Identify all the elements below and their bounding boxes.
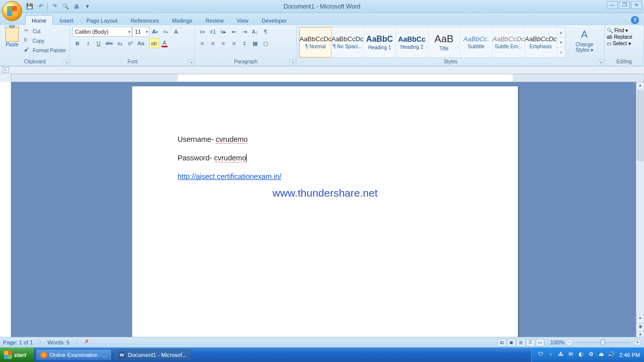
highlight-button[interactable]: ab: [149, 38, 159, 48]
shading-button[interactable]: ▦: [250, 38, 260, 48]
hyperlink[interactable]: http://aisect.certificationexam.in/: [178, 172, 281, 180]
tab-insert[interactable]: Insert: [53, 15, 80, 25]
font-color-button[interactable]: A: [159, 38, 170, 48]
align-left-button[interactable]: ≡: [197, 38, 207, 48]
bold-button[interactable]: B: [72, 38, 83, 48]
increase-indent-button[interactable]: ⇥: [239, 27, 250, 37]
bullets-button[interactable]: ≡•: [197, 27, 207, 37]
tab-mailings[interactable]: Mailings: [166, 15, 199, 25]
replace-button[interactable]: abReplace: [607, 34, 632, 40]
tray-messenger-icon[interactable]: ✉: [567, 351, 575, 358]
tab-references[interactable]: References: [124, 15, 166, 25]
office-button[interactable]: [2, 1, 22, 21]
zoom-slider[interactable]: [576, 341, 631, 343]
styles-dialog-launcher[interactable]: ↘: [597, 59, 603, 65]
status-page[interactable]: Page: 1 of 1: [3, 339, 33, 345]
vertical-ruler[interactable]: [0, 82, 11, 347]
paste-button[interactable]: Paste: [2, 27, 22, 48]
subscript-button[interactable]: x₂: [115, 38, 125, 48]
style-subtle-emphasis[interactable]: AaBbCcDcSubtle Em...: [493, 27, 525, 57]
tab-page-layout[interactable]: Page Layout: [80, 15, 124, 25]
tray-remove-hw-icon[interactable]: ⏏: [597, 351, 605, 358]
style-no-spacing[interactable]: AaBbCcDc¶ No Spaci...: [332, 27, 364, 57]
quick-print-icon[interactable]: 🖶: [72, 2, 81, 11]
style-emphasis[interactable]: AaBbCcDcEmphasis: [525, 27, 557, 57]
strikethrough-button[interactable]: abc: [104, 38, 114, 48]
view-print-layout-button[interactable]: ▤: [498, 339, 506, 346]
superscript-button[interactable]: x²: [125, 38, 135, 48]
horizontal-ruler[interactable]: [11, 74, 644, 82]
redo-icon[interactable]: ↷: [50, 2, 59, 11]
change-case-button[interactable]: Aa: [136, 38, 146, 48]
view-web-layout-button[interactable]: ▥: [517, 339, 525, 346]
style-heading-2[interactable]: AaBbCcHeading 2: [396, 27, 428, 57]
prev-page-button[interactable]: ◉: [636, 323, 644, 331]
tray-network-icon[interactable]: 🖧: [557, 351, 565, 358]
align-right-button[interactable]: ≡: [218, 38, 228, 48]
tray-security-icon[interactable]: 🛡: [537, 351, 544, 358]
paragraph-dialog-launcher[interactable]: ↘: [289, 59, 295, 65]
align-center-button[interactable]: ≡: [208, 38, 218, 48]
clear-formatting-button[interactable]: A̶: [171, 27, 181, 37]
doc-line-password[interactable]: Password- cvrudemo: [178, 153, 472, 163]
view-outline-button[interactable]: ☰: [526, 339, 535, 346]
style-subtitle[interactable]: AaBbCc.Subtitle: [460, 27, 493, 57]
view-full-screen-button[interactable]: ▣: [507, 339, 516, 346]
zoom-level[interactable]: 100%: [550, 339, 565, 345]
minimize-button[interactable]: —: [607, 1, 618, 9]
view-draft-button[interactable]: ▭: [536, 339, 544, 346]
taskbar-item-firefox[interactable]: Online Examination - ...: [36, 349, 112, 360]
line-spacing-button[interactable]: ‡: [239, 38, 250, 48]
tray-show-hidden-icon[interactable]: ‹: [547, 351, 554, 358]
find-button[interactable]: 🔍Find ▾: [607, 28, 628, 33]
tab-selector-button[interactable]: L: [2, 67, 9, 73]
taskbar-item-word[interactable]: W Document1 - Microsof...: [114, 349, 191, 360]
borders-button[interactable]: ▢: [261, 38, 271, 48]
numbering-button[interactable]: ≡1: [208, 27, 218, 37]
style-title[interactable]: AaBTitle: [428, 27, 460, 57]
tray-av-icon[interactable]: ◐: [577, 351, 585, 358]
save-icon[interactable]: 💾: [25, 2, 34, 11]
start-button[interactable]: start: [0, 347, 35, 362]
maximize-button[interactable]: ❐: [619, 1, 630, 9]
doc-line-username[interactable]: Username- cvrudemo: [178, 135, 472, 144]
show-marks-button[interactable]: ¶: [261, 27, 271, 37]
cut-button[interactable]: ✂Cut: [24, 27, 66, 36]
select-button[interactable]: ▭Select ▾: [607, 41, 631, 46]
help-icon[interactable]: ?: [631, 16, 639, 24]
underline-button[interactable]: U: [94, 38, 104, 48]
tray-volume-icon[interactable]: 🔊: [607, 351, 615, 358]
styles-expand[interactable]: ▿: [557, 47, 565, 57]
zoom-slider-thumb[interactable]: [601, 339, 605, 345]
status-words[interactable]: Words: 5: [47, 339, 69, 345]
font-size-combo[interactable]: 11: [132, 27, 149, 37]
document-viewport[interactable]: Username- cvrudemo Password- cvrudemo ht…: [11, 82, 636, 347]
styles-row-up[interactable]: ▴: [557, 27, 565, 37]
copy-button[interactable]: ⎘Copy: [24, 36, 66, 45]
sort-button[interactable]: A↓: [250, 27, 260, 37]
style-heading-1[interactable]: AaBbCHeading 1: [364, 27, 396, 57]
vertical-scrollbar[interactable]: ▴ ▾ ◉ ● ◉: [636, 82, 644, 347]
scroll-thumb[interactable]: [637, 90, 643, 161]
tray-clock[interactable]: 2:46 PM: [617, 352, 640, 358]
close-button[interactable]: ✕: [631, 1, 642, 9]
undo-icon[interactable]: ↶: [36, 2, 45, 11]
doc-line-link[interactable]: http://aisect.certificationexam.in/: [178, 172, 472, 182]
format-painter-button[interactable]: 🖌Format Painter: [24, 46, 66, 55]
italic-button[interactable]: I: [83, 38, 93, 48]
font-family-combo[interactable]: Calibri (Body): [72, 27, 132, 37]
change-styles-button[interactable]: A Change Styles ▾: [567, 27, 602, 58]
tab-review[interactable]: Review: [199, 15, 230, 25]
styles-row-down[interactable]: ▾: [557, 37, 565, 47]
zoom-in-button[interactable]: +: [634, 339, 641, 346]
justify-button[interactable]: ≡: [229, 38, 239, 48]
page-1[interactable]: Username- cvrudemo Password- cvrudemo ht…: [132, 86, 518, 347]
styles-gallery[interactable]: AaBbCcDc¶ Normal AaBbCcDc¶ No Spaci... A…: [299, 27, 566, 58]
qat-customize-icon[interactable]: ▾: [83, 2, 92, 11]
font-dialog-launcher[interactable]: ↘: [188, 59, 194, 65]
tab-developer[interactable]: Developer: [255, 15, 293, 25]
scroll-track[interactable]: [636, 161, 644, 315]
grow-font-button[interactable]: A▴: [150, 27, 160, 37]
tab-view[interactable]: View: [230, 15, 255, 25]
clipboard-dialog-launcher[interactable]: ↘: [63, 59, 69, 65]
